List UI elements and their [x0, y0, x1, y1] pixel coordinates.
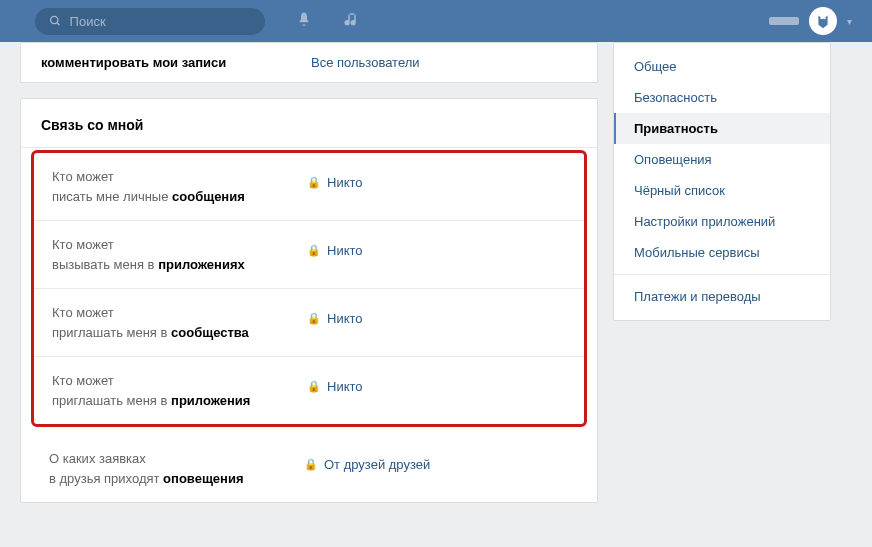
lock-icon: 🔒 — [307, 312, 321, 325]
setting-value-dropdown[interactable]: 🔒 От друзей друзей — [304, 449, 430, 472]
lock-icon: 🔒 — [304, 458, 318, 471]
sidebar: Общее Безопасность Приватность Оповещени… — [613, 42, 831, 518]
search-box[interactable] — [35, 8, 265, 35]
setting-value-dropdown[interactable]: 🔒 Никто — [307, 235, 363, 258]
nav-separator — [614, 274, 830, 275]
highlighted-group: Кто может писать мне личные сообщения 🔒 … — [31, 150, 587, 427]
nav-mobile[interactable]: Мобильные сервисы — [614, 237, 830, 268]
settings-nav: Общее Безопасность Приватность Оповещени… — [613, 42, 831, 321]
setting-label: Кто может писать мне личные сообщения — [52, 167, 307, 206]
nav-notifications[interactable]: Оповещения — [614, 144, 830, 175]
contact-section: Связь со мной Кто может писать мне личны… — [20, 98, 598, 503]
svg-point-2 — [820, 17, 822, 19]
nav-privacy[interactable]: Приватность — [614, 113, 830, 144]
nav-payments[interactable]: Платежи и переводы — [614, 281, 830, 312]
bell-icon[interactable] — [295, 11, 313, 32]
setting-label: Кто может приглашать меня в приложения — [52, 371, 307, 410]
setting-value[interactable]: Все пользователи — [311, 55, 420, 70]
nav-security[interactable]: Безопасность — [614, 82, 830, 113]
header-icons — [295, 11, 361, 32]
setting-row: комментировать мои записи Все пользовате… — [21, 43, 597, 82]
nav-blacklist[interactable]: Чёрный список — [614, 175, 830, 206]
section-title: Связь со мной — [21, 99, 597, 148]
lock-icon: 🔒 — [307, 380, 321, 393]
lock-icon: 🔒 — [307, 176, 321, 189]
setting-label: комментировать мои записи — [41, 55, 311, 70]
setting-value-dropdown[interactable]: 🔒 Никто — [307, 371, 363, 394]
setting-row: Кто может вызывать меня в приложениях 🔒 … — [34, 221, 584, 289]
setting-label: Кто может вызывать меня в приложениях — [52, 235, 307, 274]
nav-app-settings[interactable]: Настройки приложений — [614, 206, 830, 237]
svg-line-1 — [57, 23, 60, 26]
setting-row: Кто может писать мне личные сообщения 🔒 … — [34, 153, 584, 221]
header-user[interactable]: ▾ — [769, 7, 852, 35]
prev-section-overflow: комментировать мои записи Все пользовате… — [20, 42, 598, 83]
username — [769, 17, 799, 25]
lock-icon: 🔒 — [307, 244, 321, 257]
search-input[interactable] — [70, 14, 251, 29]
setting-value-dropdown[interactable]: 🔒 Никто — [307, 167, 363, 190]
svg-point-3 — [824, 17, 826, 19]
avatar — [809, 7, 837, 35]
setting-value-dropdown[interactable]: 🔒 Никто — [307, 303, 363, 326]
setting-label: Кто может приглашать меня в сообщества — [52, 303, 307, 342]
setting-row: Кто может приглашать меня в сообщества 🔒… — [34, 289, 584, 357]
svg-point-0 — [51, 16, 58, 23]
setting-label: О каких заявках в друзья приходят оповещ… — [49, 449, 304, 488]
setting-row: Кто может приглашать меня в приложения 🔒… — [34, 357, 584, 424]
music-icon[interactable] — [343, 11, 361, 32]
main-content: комментировать мои записи Все пользовате… — [20, 42, 598, 518]
nav-general[interactable]: Общее — [614, 51, 830, 82]
top-header: ▾ — [0, 0, 872, 42]
setting-row: О каких заявках в друзья приходят оповещ… — [21, 435, 597, 502]
chevron-down-icon: ▾ — [847, 16, 852, 27]
search-icon — [49, 14, 62, 28]
